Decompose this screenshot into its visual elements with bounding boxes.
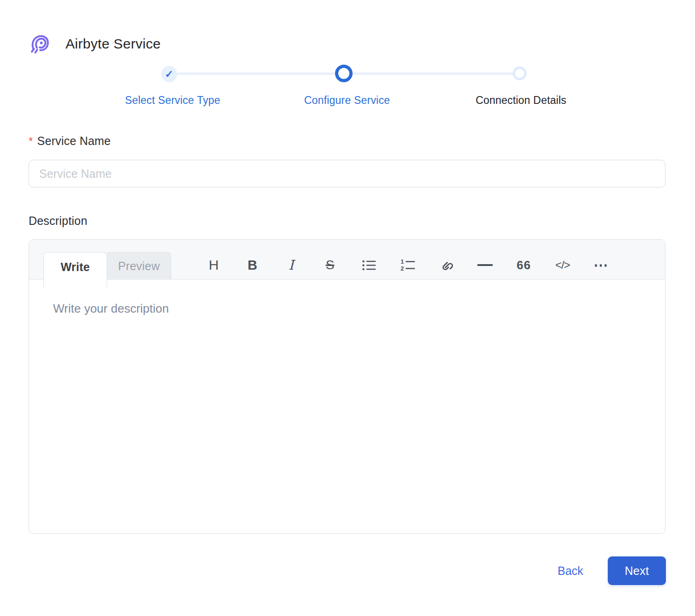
step-label-connection-details[interactable]: Connection Details — [447, 94, 595, 107]
step-label-select-service-type[interactable]: Select Service Type — [99, 94, 246, 107]
back-button[interactable]: Back — [547, 557, 593, 585]
bold-icon[interactable]: B — [233, 252, 272, 278]
editor-toolbar-tools: H B I S — [194, 252, 621, 278]
check-icon: ✓ — [165, 69, 173, 79]
airbyte-logo-icon — [29, 32, 51, 54]
code-icon[interactable]: </> — [543, 252, 582, 278]
italic-icon[interactable]: I — [272, 252, 311, 278]
next-button[interactable]: Next — [608, 556, 666, 585]
service-name-label: *Service Name — [29, 134, 111, 148]
numbered-list-icon[interactable]: 1 2 — [388, 252, 427, 278]
stepper-connector-2 — [344, 72, 520, 75]
airbyte-service-wizard: Airbyte Service ✓ Select Service Type Co… — [0, 0, 695, 616]
step-3-upcoming-circle[interactable] — [513, 66, 527, 80]
svg-text:2: 2 — [401, 265, 404, 272]
stepper-connector-1 — [169, 72, 344, 75]
description-label: Description — [29, 214, 87, 228]
description-textarea[interactable] — [29, 280, 665, 533]
strikethrough-icon[interactable]: S — [311, 252, 349, 278]
tab-preview[interactable]: Preview — [107, 252, 171, 280]
horizontal-rule-icon[interactable] — [466, 252, 504, 278]
required-asterisk: * — [29, 135, 33, 147]
service-name-label-text: Service Name — [37, 134, 111, 147]
service-name-input[interactable] — [29, 160, 665, 187]
more-options-icon[interactable]: ⋯ — [582, 252, 621, 278]
svg-text:1: 1 — [401, 259, 404, 265]
page-title: Airbyte Service — [66, 33, 161, 54]
tab-write[interactable]: Write — [43, 252, 107, 288]
heading-icon[interactable]: H — [194, 252, 233, 278]
step-2-active-circle[interactable] — [335, 65, 353, 82]
bullet-list-icon[interactable] — [349, 252, 388, 278]
step-1-completed-circle[interactable]: ✓ — [161, 66, 177, 82]
description-editor: Write Preview H B I S — [29, 239, 665, 534]
chain-link-icon[interactable] — [427, 252, 466, 278]
step-label-configure-service[interactable]: Configure Service — [273, 94, 421, 107]
quote-icon[interactable]: 66 — [504, 252, 543, 278]
